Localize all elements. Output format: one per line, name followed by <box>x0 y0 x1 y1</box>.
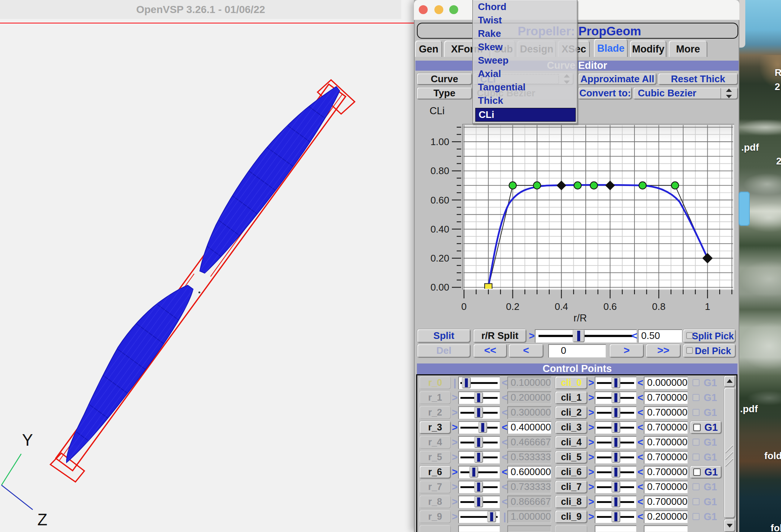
svg-text:0.60: 0.60 <box>430 195 449 206</box>
svg-text:0.00: 0.00 <box>430 282 449 293</box>
svg-text:0.2: 0.2 <box>506 301 520 312</box>
svg-text:r/R: r/R <box>573 313 587 324</box>
svg-text:Y: Y <box>22 431 33 449</box>
svg-text:Z: Z <box>38 510 48 529</box>
svg-text:1: 1 <box>705 301 710 312</box>
svg-text:0: 0 <box>461 301 466 312</box>
svg-text:0.8: 0.8 <box>652 301 665 312</box>
svg-text:1.00: 1.00 <box>430 136 449 147</box>
svg-text:0.4: 0.4 <box>555 301 568 312</box>
svg-text:0.80: 0.80 <box>430 165 449 176</box>
svg-text:0.40: 0.40 <box>430 224 449 235</box>
svg-text:0.6: 0.6 <box>603 301 617 312</box>
svg-text:0.20: 0.20 <box>430 253 449 264</box>
